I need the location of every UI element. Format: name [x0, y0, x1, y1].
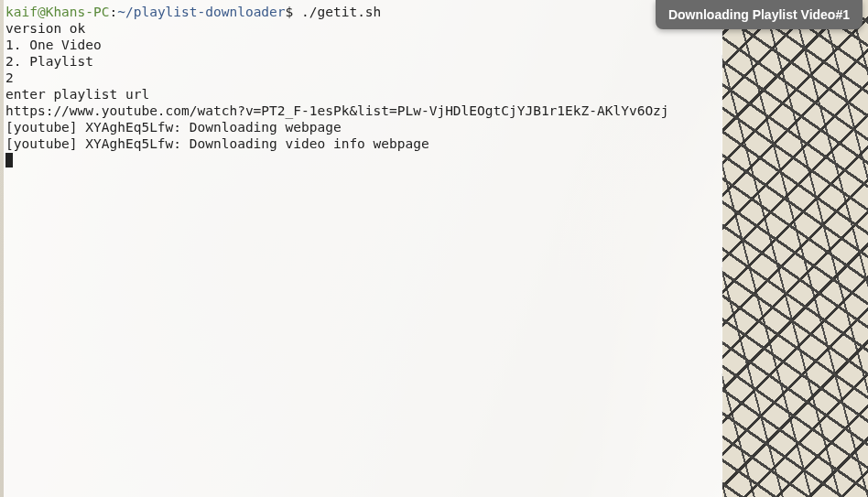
- terminal-line: [youtube] XYAghEq5Lfw: Downloading video…: [5, 135, 722, 152]
- notification-toast[interactable]: Downloading Playlist Video#1: [656, 0, 863, 29]
- terminal-line: 2: [5, 70, 722, 86]
- prompt-path: ~/playlist-downloader: [117, 5, 285, 19]
- terminal-line: version ok: [5, 20, 722, 37]
- wallpaper-arm-pattern: [722, 0, 868, 497]
- terminal-line: https://www.youtube.com/watch?v=PT2_F-1e…: [5, 103, 722, 119]
- terminal-prompt-line: kaif@Khans-PC:~/playlist-downloader$ ./g…: [5, 4, 722, 20]
- terminal-line: [youtube] XYAghEq5Lfw: Downloading webpa…: [5, 119, 722, 135]
- notification-text: Downloading Playlist Video#1: [668, 6, 850, 23]
- terminal-line: 1. One Video: [5, 37, 722, 53]
- terminal-window[interactable]: kaif@Khans-PC:~/playlist-downloader$ ./g…: [4, 0, 722, 497]
- prompt-sep2: $: [286, 5, 301, 19]
- prompt-user-host: kaif@Khans-PC: [5, 5, 110, 19]
- terminal-line: enter playlist url: [5, 86, 722, 103]
- terminal-cursor: [5, 153, 13, 167]
- prompt-command: ./getit.sh: [301, 5, 381, 19]
- terminal-cursor-line: [5, 152, 722, 168]
- prompt-sep1: :: [110, 5, 118, 19]
- terminal-line: 2. Playlist: [5, 53, 722, 70]
